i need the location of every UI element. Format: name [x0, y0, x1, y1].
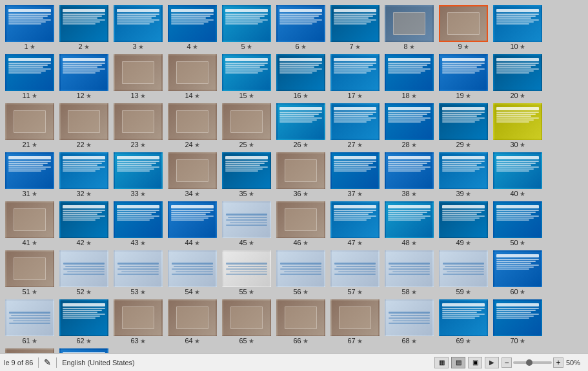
star-icon-34[interactable]: ★: [194, 190, 200, 197]
star-icon-9[interactable]: ★: [463, 43, 469, 50]
star-icon-61[interactable]: ★: [32, 337, 37, 345]
slide-thumb-19[interactable]: [439, 54, 488, 91]
star-icon-53[interactable]: ★: [140, 288, 146, 296]
star-icon-4[interactable]: ★: [192, 43, 198, 50]
star-icon-15[interactable]: ★: [248, 92, 254, 99]
star-icon-52[interactable]: ★: [86, 288, 92, 296]
star-icon-35[interactable]: ★: [248, 190, 254, 197]
slide-thumb-71[interactable]: [5, 348, 54, 353]
slide-thumb-60[interactable]: [493, 250, 542, 287]
slide-thumb-69[interactable]: [439, 299, 488, 336]
slide-item-61[interactable]: 61★: [3, 299, 56, 345]
star-icon-21[interactable]: ★: [32, 141, 37, 148]
slide-item-16[interactable]: 16★: [274, 54, 327, 99]
star-icon-25[interactable]: ★: [248, 141, 254, 148]
slide-thumb-15[interactable]: [222, 54, 271, 91]
star-icon-59[interactable]: ★: [465, 288, 471, 296]
star-icon-18[interactable]: ★: [411, 92, 417, 99]
star-icon-38[interactable]: ★: [411, 190, 417, 197]
star-icon-6[interactable]: ★: [301, 43, 307, 50]
slide-item-17[interactable]: 17★: [329, 54, 381, 99]
zoom-out-btn[interactable]: −: [502, 357, 512, 368]
slide-item-44[interactable]: 44★: [166, 201, 219, 246]
star-icon-42[interactable]: ★: [86, 239, 92, 246]
slide-item-32[interactable]: 32★: [57, 152, 110, 197]
star-icon-32[interactable]: ★: [86, 190, 92, 197]
slide-thumb-39[interactable]: [439, 152, 488, 189]
slide-item-63[interactable]: 63★: [112, 299, 165, 345]
slide-sorter-area[interactable]: 1★ 2★ 3★ 4★ 5★: [0, 0, 588, 353]
star-icon-67[interactable]: ★: [357, 337, 363, 345]
slide-item-14[interactable]: 14★: [166, 54, 219, 99]
slide-thumb-10[interactable]: [493, 5, 542, 42]
slide-item-22[interactable]: 22★: [57, 103, 110, 148]
slide-item-72[interactable]: 72★: [57, 348, 110, 353]
star-icon-12[interactable]: ★: [86, 92, 92, 99]
slide-item-58[interactable]: 58★: [383, 250, 436, 296]
star-icon-41[interactable]: ★: [32, 239, 37, 246]
slide-item-67[interactable]: 67★: [329, 299, 381, 345]
slide-item-28[interactable]: 28★: [383, 103, 436, 148]
slide-thumb-51[interactable]: [5, 250, 54, 287]
star-icon-24[interactable]: ★: [194, 141, 200, 148]
slide-thumb-63[interactable]: [114, 299, 163, 336]
star-icon-62[interactable]: ★: [86, 337, 92, 345]
slide-item-50[interactable]: 50★: [491, 201, 544, 246]
slide-thumb-14[interactable]: [168, 54, 217, 91]
slide-sorter-btn[interactable]: ▤: [451, 357, 465, 368]
star-icon-55[interactable]: ★: [248, 288, 254, 296]
star-icon-2[interactable]: ★: [84, 43, 90, 50]
slide-thumb-20[interactable]: [493, 54, 542, 91]
slide-thumb-13[interactable]: [114, 54, 163, 91]
star-icon-70[interactable]: ★: [520, 337, 525, 345]
slide-item-13[interactable]: 13★: [112, 54, 165, 99]
slide-thumb-25[interactable]: [222, 103, 271, 140]
reading-view-btn[interactable]: ▣: [468, 357, 482, 368]
star-icon-47[interactable]: ★: [357, 239, 363, 246]
slide-item-53[interactable]: 53★: [112, 250, 165, 296]
star-icon-19[interactable]: ★: [465, 92, 471, 99]
slide-thumb-23[interactable]: [114, 103, 163, 140]
slide-item-21[interactable]: 21★: [3, 103, 56, 148]
slide-item-19[interactable]: 19★: [437, 54, 490, 99]
slide-thumb-31[interactable]: [5, 152, 54, 189]
slide-thumb-24[interactable]: [168, 103, 217, 140]
zoom-thumb[interactable]: [526, 359, 532, 366]
star-icon-65[interactable]: ★: [248, 337, 254, 345]
edit-icon[interactable]: ✎: [44, 357, 51, 367]
star-icon-30[interactable]: ★: [520, 141, 525, 148]
slide-thumb-40[interactable]: [493, 152, 542, 189]
star-icon-49[interactable]: ★: [465, 239, 471, 246]
star-icon-22[interactable]: ★: [86, 141, 92, 148]
star-icon-27[interactable]: ★: [357, 141, 363, 148]
slide-thumb-27[interactable]: [330, 103, 380, 140]
slide-item-39[interactable]: 39★: [437, 152, 490, 197]
star-icon-20[interactable]: ★: [520, 92, 525, 99]
slide-thumb-12[interactable]: [59, 54, 108, 91]
slide-thumb-50[interactable]: [493, 201, 542, 238]
slide-thumb-35[interactable]: [222, 152, 271, 189]
slide-item-56[interactable]: 56★: [274, 250, 327, 296]
slide-thumb-22[interactable]: [59, 103, 108, 140]
star-icon-17[interactable]: ★: [357, 92, 363, 99]
star-icon-63[interactable]: ★: [140, 337, 146, 345]
star-icon-3[interactable]: ★: [138, 43, 144, 50]
slide-thumb-44[interactable]: [168, 201, 217, 238]
slide-item-12[interactable]: 12★: [57, 54, 110, 99]
star-icon-37[interactable]: ★: [357, 190, 363, 197]
slide-item-51[interactable]: 51★: [3, 250, 56, 296]
star-icon-69[interactable]: ★: [465, 337, 471, 345]
slide-thumb-29[interactable]: [439, 103, 488, 140]
slide-thumb-59[interactable]: [439, 250, 488, 287]
slide-item-29[interactable]: 29★: [437, 103, 490, 148]
slide-thumb-58[interactable]: [385, 250, 434, 287]
slide-item-24[interactable]: 24★: [166, 103, 219, 148]
slide-item-46[interactable]: 46★: [274, 201, 327, 246]
star-icon-40[interactable]: ★: [520, 190, 525, 197]
star-icon-50[interactable]: ★: [520, 239, 525, 246]
slide-thumb-47[interactable]: [330, 201, 380, 238]
slide-thumb-41[interactable]: [5, 201, 54, 238]
slide-thumb-30[interactable]: [493, 103, 542, 140]
slide-thumb-18[interactable]: [385, 54, 434, 91]
slide-thumb-17[interactable]: [330, 54, 380, 91]
